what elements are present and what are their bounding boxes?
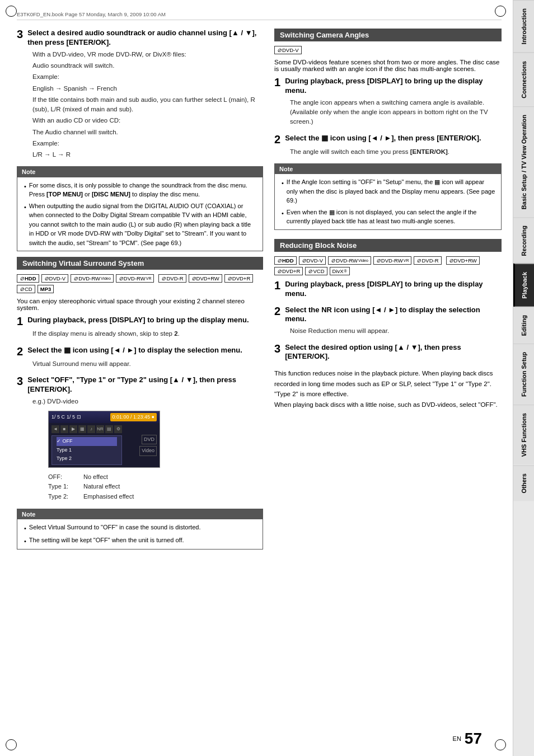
tab-function-setup[interactable]: Function Setup	[513, 344, 534, 405]
vs-step-3-num: 3	[17, 375, 23, 387]
two-col-layout: 3 Select a desired audio soundtrack or a…	[17, 29, 502, 558]
note-2-header: Note	[17, 509, 263, 520]
rn-step-3-title: Select the desired option using [▲ / ▼],…	[285, 343, 502, 362]
tab-editing[interactable]: Editing	[513, 307, 534, 344]
rn-step-3-heading: 3 Select the desired option using [▲ / ▼…	[274, 343, 502, 362]
dvd-screen-top: 1/ 5 C 1/ 5 ⊡ 0:01:00 / 1:23:45 ●	[49, 411, 160, 424]
note-2-text-1: Select Virtual Surround to "OFF" in case…	[29, 523, 201, 532]
media-dvdr: ⊘DVD-R	[158, 274, 186, 283]
off-list: OFF: No effect Type 1: Natural effect Ty…	[48, 472, 263, 502]
media-dvdrw-video: ⊘DVD-RW Video	[71, 274, 114, 283]
type2-label: Type 2:	[48, 492, 79, 502]
type1-value: Natural effect	[83, 482, 120, 492]
camera-note-header: Note	[275, 164, 501, 175]
camera-angles-header: Switching Camera Angles	[274, 29, 502, 41]
note-1-bullet-2-text: When outputting the audio signal from th…	[29, 201, 257, 248]
vs-step-3-body: e.g.) DVD-video 1/ 5 C 1/ 5 ⊡ 0:01:00 / …	[32, 397, 263, 502]
rn-step-2: 2 Select the NR icon using [◄ / ►] to di…	[274, 306, 502, 336]
rn-step-2-body: Noise Reduction menu will appear.	[290, 326, 502, 336]
rn-step-3-num: 3	[274, 343, 280, 354]
rn-step-1-heading: 1 During playback, press [DISPLAY] to br…	[274, 280, 502, 299]
note-2-box: Note • Select Virtual Surround to "OFF" …	[17, 509, 263, 550]
rn-media-dvdv: ⊘DVD-V	[299, 256, 326, 265]
tab-connections[interactable]: Connections	[513, 53, 534, 106]
step-3-block: 3 Select a desired audio soundtrack or a…	[17, 29, 263, 159]
step-3-body7: The Audio channel will switch.	[32, 128, 263, 137]
dvd-icon-8: ⚙	[114, 425, 122, 433]
vs-step-2-num: 2	[17, 346, 23, 357]
note-1-content: • For some discs, it is only possible to…	[17, 177, 263, 251]
rn-media-dvdrw-vr: ⊘DVD-RW VR	[373, 256, 412, 265]
cam-step-1-title: During playback, press [DISPLAY] to brin…	[285, 77, 502, 96]
camera-angles-desc: Some DVD-videos feature scenes shot from…	[274, 59, 502, 72]
vs-step-2-heading: 2 Select the ▦ icon using [◄ / ►] to dis…	[17, 346, 263, 357]
vs-step-1-body-text: If the display menu is already shown, sk…	[32, 329, 263, 339]
video-label: Video	[139, 446, 157, 456]
camera-note-bullet-1: • If the Angle Icon setting is "OFF" in …	[280, 177, 495, 205]
virtual-surround-section: Switching Virtual Surround System ⊘HDD ⊘…	[17, 257, 263, 550]
note-2-bullet-1: • Select Virtual Surround to "OFF" in ca…	[23, 523, 257, 533]
step-3-body2: Audio soundtrack will switch.	[32, 61, 263, 71]
vs-step-1-title: During playback, press [DISPLAY] to brin…	[27, 316, 249, 325]
step-3-body8: Example:	[32, 139, 263, 148]
vs-step-1-num: 1	[17, 316, 23, 327]
rn-step-2-body-text: Noise Reduction menu will appear.	[290, 326, 502, 336]
cam-step-1-heading: 1 During playback, press [DISPLAY] to br…	[274, 77, 502, 96]
camera-note-text-1: If the Angle Icon setting is "OFF" in "S…	[287, 177, 495, 205]
dvd-icon-4: ▦	[78, 425, 86, 433]
vs-step-2-body: Virtual Surround menu will appear.	[32, 359, 263, 369]
vs-step-2-title: Select the ▦ icon using [◄ / ►] to displ…	[27, 346, 242, 355]
step-3-heading: 3 Select a desired audio soundtrack or a…	[17, 29, 263, 48]
page-en-label: EN	[453, 735, 461, 742]
media-dvdv: ⊘DVD-V	[41, 274, 69, 283]
dvd-icon-6: NR	[96, 425, 104, 433]
note-2-content: • Select Virtual Surround to "OFF" in ca…	[17, 519, 263, 549]
vs-step-3-eg: e.g.) DVD-video	[32, 397, 263, 406]
reducing-noise-desc: This function reduces noise in the playb…	[274, 368, 502, 410]
note-2-dot-1: •	[24, 524, 26, 533]
reducing-noise-section: Reducing Block Noise ⊘HDD ⊘DVD-V ⊘DVD-RW…	[274, 239, 502, 410]
tab-others[interactable]: Others	[513, 465, 534, 501]
off-value: No effect	[83, 472, 108, 482]
bullet-dot-2: •	[24, 203, 26, 212]
cam-step-1-body-text: The angle icon appears when a switching …	[290, 98, 502, 127]
off-item: OFF: No effect	[48, 472, 263, 482]
cam-step-1-num: 1	[274, 77, 280, 88]
rn-step-1-title: During playback, press [DISPLAY] to brin…	[285, 280, 502, 299]
dvd-label: DVD	[142, 435, 157, 445]
camera-note-content: • If the Angle Icon setting is "OFF" in …	[275, 174, 501, 229]
top-bar: E3TK0FD_EN.book Page 57 Monday, March 9,…	[17, 11, 502, 20]
vs-step-3-heading: 3 Select "OFF", "Type 1" or "Type 2" usi…	[17, 375, 263, 395]
cam-step-2-body-text: The angle will switch each time you pres…	[290, 147, 502, 157]
page-number: 57	[465, 730, 482, 748]
menu-off: ✓ OFF	[57, 437, 117, 446]
dvd-icon-5: ♪	[87, 425, 95, 433]
tab-introduction[interactable]: Introduction	[513, 0, 534, 53]
rn-media-dvdplusrw: ⊘DVD+RW	[446, 256, 480, 265]
media-dvdrw-vr: ⊘DVD-RW VR	[116, 274, 154, 283]
vs-step-3-title: Select "OFF", "Type 1" or "Type 2" using…	[27, 375, 263, 395]
note-1-header: Note	[17, 167, 263, 177]
step-3-body6: With an audio CD or video CD:	[32, 116, 263, 125]
step-3-title: Select a desired audio soundtrack or aud…	[27, 29, 263, 48]
note-1-bullet-2: • When outputting the audio signal from …	[23, 201, 257, 248]
tab-recording[interactable]: Recording	[513, 217, 534, 264]
vs-step-3: 3 Select "OFF", "Type 1" or "Type 2" usi…	[17, 375, 263, 502]
tab-playback[interactable]: Playback	[513, 264, 534, 307]
tab-basic-setup[interactable]: Basic Setup / TV View Operation	[513, 106, 534, 217]
type1-item: Type 1: Natural effect	[48, 482, 263, 492]
rn-media-dvdplusr: ⊘DVD+R	[274, 267, 303, 275]
tab-vhs-functions[interactable]: VHS Functions	[513, 405, 534, 464]
rn-media-dvdr: ⊘DVD-R	[414, 256, 441, 265]
step-3-number: 3	[17, 29, 23, 40]
rn-step-1: 1 During playback, press [DISPLAY] to br…	[274, 280, 502, 299]
rn-step-2-heading: 2 Select the NR icon using [◄ / ►] to di…	[274, 306, 502, 325]
dvd-screen-left: ◄ ■ ▶ ▦ ♪ NR ▤ ⚙	[51, 425, 122, 465]
step-3-body3: Example:	[32, 72, 263, 82]
dvd-icon-7: ▤	[105, 425, 113, 433]
dvd-icon-1: ◄	[51, 425, 59, 433]
camera-media-icons: ⊘DVD-V	[274, 46, 502, 54]
vs-step-1-heading: 1 During playback, press [DISPLAY] to br…	[17, 316, 263, 327]
vs-step-2: 2 Select the ▦ icon using [◄ / ►] to dis…	[17, 346, 263, 369]
camera-note-text-2: Even when the ▦ icon is not displayed, y…	[287, 208, 495, 226]
